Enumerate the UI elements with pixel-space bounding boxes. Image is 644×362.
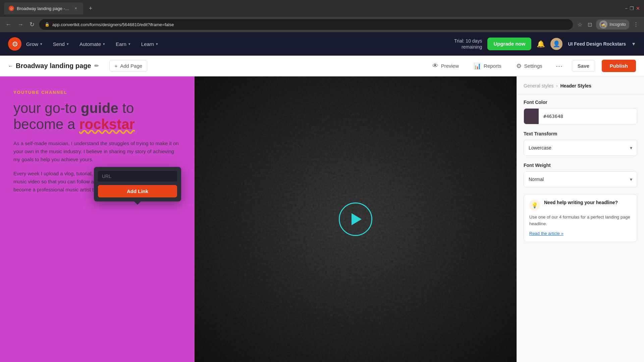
sub-header-actions: + Add Page <box>109 60 147 72</box>
play-circle[interactable] <box>339 202 372 236</box>
maximize-button[interactable]: ❐ <box>630 6 634 11</box>
headline-bold: guide <box>81 100 118 116</box>
star-button[interactable]: ☆ <box>576 20 584 29</box>
sub-header-right: 👁 Preview 📊 Reports ⚙ Settings ⋯ Save Pu… <box>428 59 636 73</box>
notifications-bell[interactable]: 🔔 <box>537 40 545 48</box>
app-logo[interactable]: ⊙ <box>8 37 21 51</box>
address-bar[interactable]: 🔒 app.convertkit.com/forms/designers/564… <box>39 19 573 30</box>
page-title-text: Broadway landing page <box>16 62 91 70</box>
nav-learn[interactable]: Learn ▾ <box>137 39 163 50</box>
landing-page-preview: YOUTUBE CHANNEL your go-to guide tobecom… <box>0 76 517 362</box>
landing-page-left: YOUTUBE CHANNEL your go-to guide tobecom… <box>0 76 195 362</box>
font-weight-dropdown[interactable]: Normal ▾ <box>524 171 637 187</box>
main-nav: Grow ▾ Send ▾ Automate ▾ Earn ▾ Learn ▾ <box>21 39 454 50</box>
window-controls: − ❐ ✕ <box>625 6 640 11</box>
reports-button[interactable]: 📊 Reports <box>470 60 505 72</box>
add-page-plus-icon: + <box>114 63 117 69</box>
reports-icon: 📊 <box>474 62 481 70</box>
panel-breadcrumb: General styles › Header Styles <box>517 76 644 94</box>
font-weight-value: Normal <box>529 177 544 182</box>
help-card-header: 💡 Need help writing your headline? <box>529 200 632 210</box>
back-button[interactable]: ← <box>4 20 13 29</box>
headline-part1: your go-to <box>13 100 81 116</box>
incognito-badge: 🕵 Incognito <box>596 19 629 29</box>
back-to-pages-button[interactable]: ← <box>8 63 13 69</box>
headline: your go-to guide tobecome a rockstar <box>13 100 181 133</box>
right-panel: General styles › Header Styles Font Colo… <box>517 76 644 362</box>
url-input-field[interactable] <box>98 171 177 182</box>
user-avatar[interactable]: 👤 <box>550 38 562 50</box>
active-tab[interactable]: ⊙ Broadway landing page - Conver... × <box>4 2 83 14</box>
page-title: Broadway landing page ✏ <box>16 62 99 70</box>
new-tab-button[interactable]: + <box>86 4 95 13</box>
incognito-avatar: 🕵 <box>599 20 607 28</box>
add-page-button[interactable]: + Add Page <box>109 60 147 72</box>
breadcrumb-arrow: › <box>556 83 557 88</box>
preview-icon: 👁 <box>432 62 438 69</box>
nav-earn-chevron: ▾ <box>128 42 130 46</box>
extensions-button[interactable]: ⊡ <box>586 20 593 29</box>
help-title: Need help writing your headline? <box>544 200 618 205</box>
help-body-text: Use one of our 4 formulas for a perfect … <box>529 214 632 227</box>
settings-label: Settings <box>524 63 542 69</box>
add-link-button[interactable]: Add Link <box>98 185 177 197</box>
play-triangle-icon <box>352 213 362 225</box>
refresh-button[interactable]: ↻ <box>28 19 36 29</box>
preview-button[interactable]: 👁 Preview <box>428 60 463 72</box>
trial-text: Trial: 10 days remaining <box>454 38 482 50</box>
upgrade-button[interactable]: Upgrade now <box>487 38 531 50</box>
font-weight-chevron: ▾ <box>630 177 632 182</box>
nav-send-label: Send <box>53 41 65 47</box>
tab-favicon: ⊙ <box>9 6 14 11</box>
workspace-name: UI Feed Design Rockstars <box>568 41 626 47</box>
back-icon: ← <box>8 63 13 69</box>
nav-earn[interactable]: Earn ▾ <box>111 39 135 50</box>
more-options-button[interactable]: ⋯ <box>553 59 565 73</box>
minimize-button[interactable]: − <box>625 6 628 11</box>
bulb-icon: 💡 <box>529 200 540 210</box>
text-transform-value: Lowercase <box>529 145 551 150</box>
font-color-picker[interactable]: #463648 <box>524 108 637 124</box>
nav-grow-chevron: ▾ <box>40 42 42 46</box>
color-hex-value: #463648 <box>539 114 637 119</box>
nav-send-chevron: ▾ <box>67 42 69 46</box>
tab-close-btn[interactable]: × <box>73 6 78 11</box>
landing-page-video[interactable] <box>195 76 517 362</box>
browser-menu-button[interactable]: ⋮ <box>632 20 640 29</box>
text-transform-section: Text Transform Lowercase ▾ <box>517 131 644 163</box>
save-button[interactable]: Save <box>572 60 595 72</box>
sub-header: ← Broadway landing page ✏ + Add Page 👁 P… <box>0 56 644 76</box>
nav-automate[interactable]: Automate ▾ <box>75 39 110 50</box>
nav-grow-label: Grow <box>26 41 38 47</box>
play-button-wrapper[interactable] <box>339 202 372 236</box>
nav-grow[interactable]: Grow ▾ <box>21 39 47 50</box>
panel-divider <box>517 94 644 94</box>
nav-earn-label: Earn <box>116 41 126 47</box>
nav-send[interactable]: Send ▾ <box>48 39 73 50</box>
forward-button[interactable]: → <box>16 20 25 29</box>
breadcrumb-current: Header Styles <box>560 83 591 88</box>
youtube-label: YOUTUBE CHANNEL <box>13 90 181 95</box>
nav-automate-label: Automate <box>79 41 101 47</box>
trial-line1: Trial: 10 days <box>454 38 482 44</box>
main-area: YOUTUBE CHANNEL your go-to guide tobecom… <box>0 76 644 362</box>
nav-automate-chevron: ▾ <box>103 42 105 46</box>
text-transform-dropdown[interactable]: Lowercase ▾ <box>524 140 637 156</box>
workspace-chevron[interactable]: ▼ <box>631 41 636 47</box>
url-text: app.convertkit.com/forms/designers/56468… <box>52 22 174 27</box>
font-color-section: Font Color #463648 <box>517 100 644 131</box>
close-button[interactable]: ✕ <box>636 6 640 11</box>
edit-title-icon[interactable]: ✏ <box>94 63 99 69</box>
browser-tabs-bar: ⊙ Broadway landing page - Conver... × + … <box>0 0 644 17</box>
browser-action-buttons: ☆ ⊡ 🕵 Incognito ⋮ <box>576 19 640 29</box>
font-color-label: Font Color <box>524 100 637 105</box>
publish-button[interactable]: Publish <box>602 60 636 72</box>
lock-icon: 🔒 <box>45 22 50 27</box>
settings-button[interactable]: ⚙ Settings <box>512 60 546 72</box>
reports-label: Reports <box>484 63 501 69</box>
nav-learn-label: Learn <box>141 41 154 47</box>
help-article-link[interactable]: Read the article » <box>529 231 564 236</box>
breadcrumb-parent-link[interactable]: General styles <box>524 83 553 88</box>
canvas-area[interactable]: YOUTUBE CHANNEL your go-to guide tobecom… <box>0 76 517 362</box>
help-card: 💡 Need help writing your headline? Use o… <box>524 194 637 242</box>
